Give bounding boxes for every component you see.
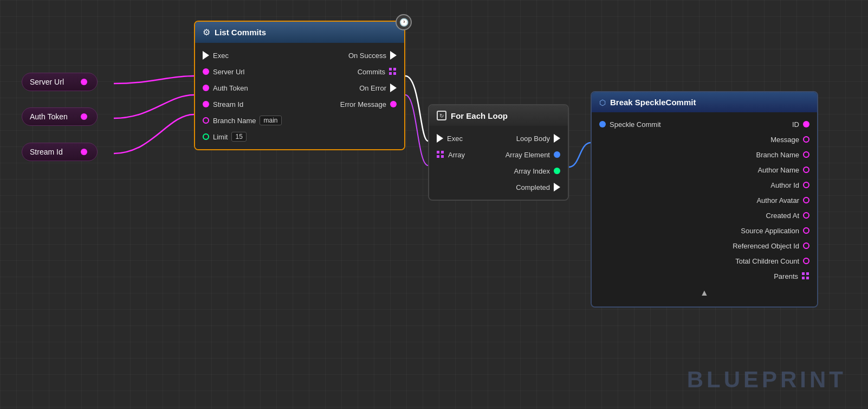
on-success-pin[interactable]	[390, 51, 397, 60]
branch-name-value[interactable]: main	[260, 116, 281, 125]
message-row: Message	[592, 132, 817, 147]
stream-id-label: Stream Id	[30, 148, 63, 156]
completed-row: Completed	[429, 179, 568, 195]
list-commits-node: ⚙ List Commits 🕐 Exec On Success Server …	[194, 21, 405, 150]
total-children-count-row: Total Children Count	[592, 253, 817, 269]
auth-token-node: Auth Token	[22, 107, 98, 126]
for-each-exec-in[interactable]	[437, 134, 443, 143]
source-application-row: Source Application	[592, 223, 817, 238]
limit-value[interactable]: 15	[231, 132, 246, 142]
total-children-count-output-pin[interactable]	[803, 258, 809, 264]
created-at-output-pin[interactable]	[803, 212, 809, 219]
referenced-object-id-output-pin[interactable]	[803, 242, 809, 249]
stream-id-node: Stream Id	[22, 143, 98, 161]
exec-row: Exec On Success	[195, 47, 404, 63]
list-commits-header: ⚙ List Commits 🕐	[195, 22, 404, 43]
server-url-input-pin[interactable]	[203, 68, 209, 75]
on-error-pin[interactable]	[390, 84, 397, 92]
auth-token-pin[interactable]	[81, 113, 87, 120]
author-name-row: Author Name	[592, 162, 817, 177]
author-avatar-output-pin[interactable]	[803, 197, 809, 203]
speckle-commit-row: Speckle Commit ID	[592, 117, 817, 132]
array-index-row: Array Index	[429, 163, 568, 179]
auth-token-label: Auth Token	[30, 112, 68, 121]
server-url-pin[interactable]	[81, 79, 87, 85]
commits-output-pin[interactable]	[389, 68, 397, 75]
auth-token-row: Auth Token On Error	[195, 80, 404, 96]
for-each-exec-row: Exec Loop Body	[429, 130, 568, 146]
id-output-pin[interactable]	[803, 121, 809, 127]
limit-row: Limit 15	[195, 129, 404, 145]
branch-name-row: Branch Name main	[195, 112, 404, 129]
author-id-row: Author Id	[592, 177, 817, 193]
author-avatar-row: Author Avatar	[592, 193, 817, 208]
loop-body-pin[interactable]	[554, 134, 560, 143]
exec-input-pin[interactable]	[203, 51, 209, 60]
source-application-output-pin[interactable]	[803, 227, 809, 234]
for-each-loop-node: ↻ For Each Loop Exec Loop Body Array	[428, 104, 569, 201]
error-message-pin[interactable]	[390, 101, 397, 107]
server-url-node: Server Url	[22, 73, 98, 91]
completed-pin[interactable]	[554, 183, 560, 191]
stream-id-row: Stream Id Error Message	[195, 96, 404, 112]
message-output-pin[interactable]	[803, 136, 809, 143]
author-name-output-pin[interactable]	[803, 167, 809, 173]
break-icon: ⬡	[599, 98, 606, 107]
blueprint-watermark: BLUEPRINT	[687, 367, 846, 393]
limit-input-pin[interactable]	[203, 133, 209, 140]
parents-output-pin[interactable]	[802, 272, 809, 280]
array-row: Array Array Element	[429, 146, 568, 163]
for-each-title: For Each Loop	[451, 111, 508, 120]
loop-icon: ↻	[437, 111, 446, 120]
branch-name-output-row: Branch Name	[592, 147, 817, 162]
auth-token-input-pin[interactable]	[203, 85, 209, 91]
for-each-body: Exec Loop Body Array Array Element	[429, 126, 568, 200]
array-element-pin[interactable]	[554, 151, 560, 158]
parents-row: Parents	[592, 269, 817, 284]
stream-id-input-pin[interactable]	[203, 101, 209, 107]
stream-id-pin[interactable]	[81, 149, 87, 155]
referenced-object-id-row: Referenced Object Id	[592, 238, 817, 253]
list-commits-title: List Commits	[215, 28, 397, 37]
for-each-header: ↻ For Each Loop	[429, 105, 568, 126]
array-index-pin[interactable]	[554, 168, 560, 174]
branch-name-input-pin[interactable]	[203, 117, 209, 124]
created-at-row: Created At	[592, 208, 817, 223]
server-url-label: Server Url	[30, 78, 64, 86]
server-url-row: Server Url Commits	[195, 63, 404, 80]
break-speckle-commit-node: ⬡ Break SpeckleCommit Speckle Commit ID …	[591, 91, 818, 308]
branch-name-output-pin[interactable]	[803, 151, 809, 158]
gear-icon: ⚙	[203, 27, 210, 37]
break-title: Break SpeckleCommit	[610, 98, 696, 107]
expand-button[interactable]: ▲	[592, 284, 817, 302]
list-commits-body: Exec On Success Server Url Commits	[195, 43, 404, 149]
break-body: Speckle Commit ID Message Branch Name	[592, 112, 817, 306]
speckle-commit-input-pin[interactable]	[599, 121, 606, 127]
array-input-pin[interactable]	[437, 151, 444, 158]
clock-badge: 🕐	[396, 14, 412, 30]
author-id-output-pin[interactable]	[803, 182, 809, 188]
break-header: ⬡ Break SpeckleCommit	[592, 92, 817, 112]
